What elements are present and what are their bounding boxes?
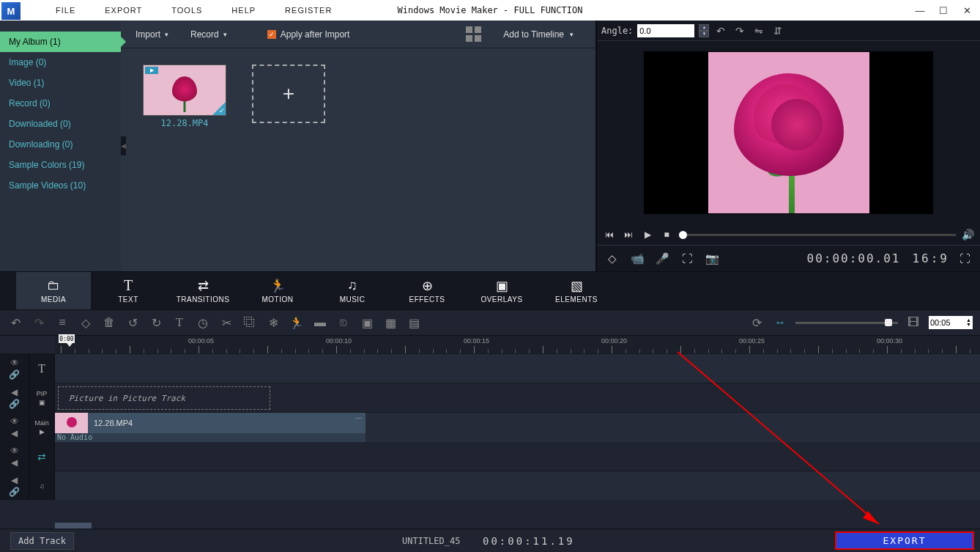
zoom-slider[interactable] — [795, 322, 898, 324]
back-icon[interactable]: ◀ — [11, 475, 18, 485]
menu-help[interactable]: HELP — [217, 6, 270, 15]
menu-export[interactable]: EXPORT — [90, 6, 157, 15]
sidebar-item-myalbum[interactable]: My Album (1) — [0, 32, 121, 52]
flip-h-icon[interactable]: ⇋ — [751, 23, 766, 38]
fullscreen-icon[interactable]: ⛶ — [678, 249, 697, 268]
sidebar-item-record[interactable]: Record (0) — [0, 93, 121, 114]
apply-after-import-checkbox[interactable]: ✓Apply after Import — [267, 29, 350, 40]
marker-icon[interactable]: ◇ — [78, 314, 94, 331]
snapshot-icon[interactable]: 📷 — [702, 249, 721, 268]
speed-icon[interactable]: ◷ — [195, 314, 211, 331]
sidebar-item-image[interactable]: Image (0) — [0, 52, 121, 73]
eye-icon[interactable]: 👁 — [10, 416, 19, 427]
pip-placeholder[interactable]: Picture in Picture Track — [58, 386, 270, 410]
horizontal-scrollbar[interactable] — [55, 523, 92, 529]
tab-effects[interactable]: ⊕EFFECTS — [390, 272, 464, 309]
volume-icon[interactable]: 🔊 — [962, 229, 974, 240]
refresh-icon[interactable]: ⟳ — [749, 314, 765, 331]
color-icon[interactable]: ▬ — [312, 314, 328, 331]
playback-slider[interactable] — [679, 234, 956, 236]
tab-music[interactable]: ♫MUSIC — [315, 272, 390, 309]
redo-button[interactable]: ↷ — [31, 314, 47, 331]
track-audio1-body[interactable] — [55, 442, 980, 471]
adjust-icon[interactable]: ≡ — [54, 314, 70, 331]
undo-icon[interactable]: ↶ — [713, 23, 728, 38]
sidebar-item-downloaded[interactable]: Downloaded (0) — [0, 114, 121, 134]
mosaic-icon[interactable]: ▦ — [382, 314, 398, 331]
maximize-button[interactable]: ☐ — [935, 1, 952, 19]
tab-motion[interactable]: 🏃MOTION — [240, 272, 315, 309]
audio-clip[interactable]: No Audio — [55, 433, 365, 442]
record-dropdown[interactable]: Record▾ — [190, 29, 227, 40]
tab-transitions[interactable]: ⇄TRANSITIONS — [166, 272, 240, 309]
track-pip-controls[interactable]: ◀🔗 — [0, 383, 29, 412]
timeline-ruler[interactable]: 0:00 00:00:05 00:00:10 00:00:15 00:00:20… — [55, 336, 980, 353]
freeze-icon[interactable]: ❄ — [265, 314, 281, 331]
duration-input[interactable]: 00:05▲▼ — [929, 316, 973, 329]
export-button[interactable]: EXPORT — [835, 531, 974, 550]
stop-icon[interactable]: ■ — [660, 229, 673, 240]
back-icon[interactable]: ◀ — [11, 428, 18, 438]
delete-icon[interactable]: 🗑 — [101, 314, 117, 331]
minimize-button[interactable]: — — [911, 1, 929, 19]
sidebar-item-samplecolors[interactable]: Sample Colors (19) — [0, 155, 121, 175]
import-dropdown[interactable]: Import▾ — [136, 29, 168, 40]
tab-media[interactable]: 🗀MEDIA — [16, 272, 91, 309]
link-icon[interactable]: 🔗 — [9, 487, 20, 497]
track-audio2-body[interactable] — [55, 471, 980, 500]
cut-icon[interactable]: ✂ — [218, 314, 234, 331]
calendar-icon[interactable]: ▤ — [406, 314, 422, 331]
undo-button[interactable]: ↶ — [7, 314, 23, 331]
color-picker-icon[interactable]: ◇ — [603, 249, 622, 268]
track-audio1-controls[interactable]: 👁◀ — [0, 442, 29, 471]
flip-v-icon[interactable]: ⇵ — [771, 23, 785, 38]
motion-tool-icon[interactable]: 🏃 — [289, 314, 305, 331]
prev-end-icon[interactable]: ⏭ — [622, 229, 635, 240]
clip-menu-icon[interactable]: ⋯ — [355, 414, 363, 422]
pip-icon[interactable]: ▣ — [359, 314, 375, 331]
tab-overlays[interactable]: ▣OVERLAYS — [464, 272, 539, 309]
sidebar-item-video[interactable]: Video (1) — [0, 73, 121, 93]
angle-down[interactable]: ▼ — [699, 31, 709, 37]
track-main-body[interactable]: 12.28.MP4 ⋯ No Audio — [55, 413, 980, 442]
menu-file[interactable]: FILE — [41, 6, 90, 15]
sidebar-collapse-button[interactable]: ◀ — [121, 136, 126, 155]
track-audio2-controls[interactable]: ◀🔗 — [0, 471, 29, 500]
track-pip-body[interactable]: Picture in Picture Track — [55, 383, 980, 412]
eye-icon[interactable]: 👁 — [10, 446, 19, 456]
add-track-button[interactable]: Add Track — [10, 532, 74, 550]
playhead-marker[interactable]: 0:00 — [59, 334, 75, 343]
grid-view-icon[interactable] — [466, 26, 481, 42]
prev-start-icon[interactable]: ⏮ — [603, 229, 616, 240]
menu-register[interactable]: REGISTER — [270, 6, 346, 15]
expand-icon[interactable]: ⛶ — [955, 249, 974, 268]
redo-icon[interactable]: ↷ — [732, 23, 747, 38]
text-tool-icon[interactable]: T — [171, 314, 188, 331]
eye-icon[interactable]: 👁 — [10, 358, 19, 368]
mic-icon[interactable]: 🎤 — [653, 249, 672, 268]
track-main-controls[interactable]: 👁◀ — [0, 413, 29, 441]
media-thumbnail[interactable]: ▶ ✓ 12.28.MP4 — [143, 65, 226, 255]
rotate-right-icon[interactable]: ↻ — [148, 314, 164, 331]
tab-elements[interactable]: ▧ELEMENTS — [539, 272, 614, 309]
link-icon[interactable]: 🔗 — [9, 399, 20, 409]
timeline-clip[interactable]: 12.28.MP4 ⋯ — [55, 413, 365, 433]
angle-input[interactable] — [637, 24, 694, 37]
crop-icon[interactable]: ⟄ — [335, 314, 352, 331]
play-icon[interactable]: ▶ — [641, 229, 654, 240]
rotate-left-icon[interactable]: ↺ — [125, 314, 141, 331]
menu-tools[interactable]: TOOLS — [157, 6, 217, 15]
sidebar-item-samplevideos[interactable]: Sample Videos (10) — [0, 175, 121, 196]
fit-icon[interactable]: ↔ — [772, 314, 788, 331]
camera-icon[interactable]: 📹 — [628, 249, 647, 268]
copy-icon[interactable]: ⿻ — [242, 314, 258, 331]
close-button[interactable]: ✕ — [958, 1, 976, 19]
back-icon[interactable]: ◀ — [11, 387, 18, 397]
sidebar-item-downloading[interactable]: Downloading (0) — [0, 134, 121, 155]
angle-up[interactable]: ▲ — [699, 24, 709, 31]
back-icon[interactable]: ◀ — [11, 457, 18, 468]
link-icon[interactable]: 🔗 — [9, 369, 20, 380]
add-media-button[interactable]: + — [252, 65, 325, 123]
track-text-controls[interactable]: 👁🔗 — [0, 354, 29, 383]
add-to-timeline-button[interactable]: Add to Timeline▾ — [503, 29, 573, 40]
